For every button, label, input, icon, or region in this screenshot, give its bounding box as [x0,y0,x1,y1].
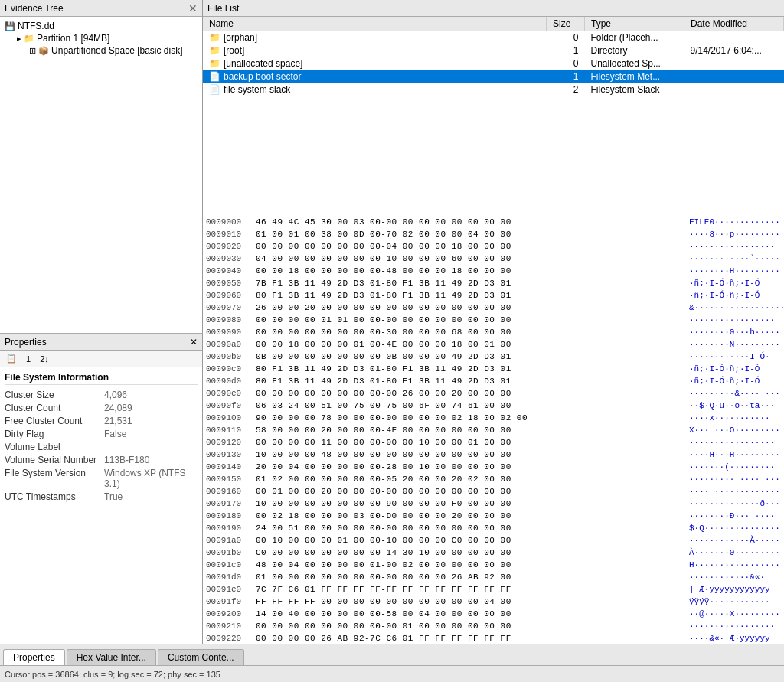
file-row-1[interactable]: 📁[root]1Directory9/14/2017 6:04:... [203,44,784,57]
hex-addr-10: 00090a0 [206,338,256,351]
tree-item-1[interactable]: ▸ 📁Partition 1 [94MB] [15,32,199,44]
properties-header: Properties ✕ [0,334,202,351]
tree-item-icon-2: ⊞ 📦 [29,46,49,56]
evidence-tree-close[interactable]: ✕ [188,2,198,15]
props-btn-1[interactable]: 📋 [3,352,20,365]
hex-row-23: 000917010 00 00 00 00 00 00 00-90 00 00 … [206,498,781,510]
hex-addr-18: 0009120 [206,436,256,449]
hex-addr-2: 0009020 [206,240,256,253]
hex-ascii-5: ·ñ;·I-Ó·ñ;·I-Ó [689,277,781,289]
hex-ascii-17: X··· ···O········· [689,424,781,436]
hex-row-34: 000922000 00 00 00 26 AB 92-7C C6 01 FF … [206,632,781,644]
hex-bytes-0: 46 49 4C 45 30 00 03 00-00 00 00 00 00 0… [256,216,689,228]
hex-addr-14: 00090e0 [206,387,256,400]
hex-row-8: 000908000 00 00 00 01 01 00 00-00 00 00 … [206,314,781,326]
hex-row-22: 000916000 01 00 00 20 00 00 00-00 00 00 … [206,485,781,498]
hex-row-32: 000920014 00 40 00 00 00 00 00-58 00 04 … [206,608,781,620]
props-row-7: UTC TimestampsTrue [5,491,198,502]
hex-row-2: 000902000 00 00 00 00 00 00 00-04 00 00 … [206,240,781,253]
file-row-0[interactable]: 📁[orphan]0Folder (Placeh... [203,31,784,44]
props-btn-2[interactable]: 1 [23,353,34,365]
props-btn-3[interactable]: 2↓ [37,353,52,365]
hex-addr-33: 0009210 [206,620,256,632]
props-content: File System Information Cluster Size4,09… [0,367,202,644]
file-table: Name Size Type Date Modified 📁[orphan]0F… [203,17,784,96]
evidence-tree-title: Evidence Tree [5,3,64,14]
hex-bytes-2: 00 00 00 00 00 00 00 00-04 00 00 00 18 0… [256,240,689,253]
props-label-2: Free Cluster Count [5,416,104,426]
file-list-table[interactable]: Name Size Type Date Modified 📁[orphan]0F… [203,17,784,214]
props-row-0: Cluster Size4,096 [5,390,198,400]
file-icon-4: 📄 [209,84,220,95]
file-icon-2: 📁 [209,58,220,69]
tree-item-label-2: Unpartitioned Space [basic disk] [51,45,182,56]
hex-row-21: 000915001 02 00 00 00 00 00 00-05 20 00 … [206,473,781,485]
hex-ascii-2: ················· [689,240,781,253]
file-icon-0: 📁 [209,32,220,43]
props-label-6: File System Version [5,468,104,489]
col-size[interactable]: Size [547,17,585,31]
hex-ascii-19: ····H···H········· [689,449,781,461]
hex-ascii-31: ÿÿÿÿ············ [689,596,781,608]
hex-addr-1: 0009010 [206,228,256,240]
col-date[interactable]: Date Modified [684,17,784,31]
file-size-3: 1 [547,70,585,83]
hex-bytes-27: C0 00 00 00 00 00 00 00-14 30 10 00 00 0… [256,547,689,559]
file-row-3[interactable]: 📄backup boot sector1Filesystem Met... [203,70,784,83]
hex-ascii-29: ············&«· [689,571,781,583]
file-row-4[interactable]: 📄file system slack2Filesystem Slack [203,83,784,96]
file-name-4: 📄file system slack [203,83,547,96]
hex-row-13: 00090d080 F1 3B 11 49 2D D3 01-80 F1 3B … [206,375,781,387]
props-label-5: Volume Serial Number [5,455,104,465]
tab-1[interactable]: Hex Value Inter... [67,649,156,665]
hex-row-9: 000909000 00 00 00 00 00 00 00-30 00 00 … [206,326,781,338]
col-type[interactable]: Type [585,17,684,31]
hex-ascii-1: ····8···p········· [689,228,781,240]
hex-addr-15: 00090f0 [206,400,256,412]
hex-bytes-34: 00 00 00 00 26 AB 92-7C C6 01 FF FF FF F… [256,632,689,644]
hex-ascii-10: ········N········· [689,338,781,351]
tab-0[interactable]: Properties [3,649,65,666]
tree-item-0[interactable]: 💾NTFS.dd [3,20,199,32]
file-type-0: Folder (Placeh... [585,31,684,44]
hex-bytes-7: 26 00 00 20 00 00 00 00-00 00 00 00 00 0… [256,302,689,314]
hex-ascii-18: ················· [689,436,781,449]
hex-ascii-33: ················· [689,620,781,632]
properties-title: Properties [5,337,47,348]
hex-row-18: 000912000 00 00 00 11 00 00 00-00 00 10 … [206,436,781,449]
file-row-2[interactable]: 📁[unallocated space]0Unallocated Sp... [203,57,784,70]
props-value-5: 113B-F180 [104,455,149,465]
hex-ascii-32: ··@·····X········· [689,608,781,620]
props-row-3: Dirty FlagFalse [5,429,198,439]
hex-ascii-0: FILE0············· [689,216,781,228]
hex-row-26: 00091a000 10 00 00 00 01 00 00-10 00 00 … [206,534,781,547]
properties-close[interactable]: ✕ [190,337,198,348]
props-toolbar: 📋 1 2↓ [0,351,202,367]
tree-item-2[interactable]: ⊞ 📦Unpartitioned Space [basic disk] [28,44,199,57]
props-value-2: 21,531 [104,416,132,426]
hex-row-28: 00091c048 00 04 00 00 00 00 01-00 02 00 … [206,559,781,571]
col-name[interactable]: Name [203,17,547,31]
hex-row-17: 000911058 00 00 00 20 00 00 00-4F 00 00 … [206,424,781,436]
hex-content[interactable]: 000900046 49 4C 45 30 00 03 00-00 00 00 … [203,214,784,644]
hex-row-12: 00090c080 F1 3B 11 49 2D D3 01-80 F1 3B … [206,363,781,375]
hex-bytes-12: 80 F1 3B 11 49 2D D3 01-80 F1 3B 11 49 2… [256,363,689,375]
tree-content[interactable]: 💾NTFS.dd▸ 📁Partition 1 [94MB]⊞ 📦Unpartit… [0,17,202,333]
hex-bytes-8: 00 00 00 00 01 01 00 00-00 00 00 00 00 0… [256,314,689,326]
hex-bytes-26: 00 10 00 00 00 01 00 00-10 00 00 00 C0 0… [256,534,689,547]
hex-bytes-32: 14 00 40 00 00 00 00 00-58 00 04 00 00 0… [256,608,689,620]
hex-bytes-3: 04 00 00 00 00 00 00 00-10 00 00 00 60 0… [256,253,689,265]
hex-row-3: 000903004 00 00 00 00 00 00 00-10 00 00 … [206,253,781,265]
hex-addr-31: 00091f0 [206,596,256,608]
hex-ascii-12: ·ñ;·I-Ó·ñ;·I-Ó [689,363,781,375]
file-type-2: Unallocated Sp... [585,57,684,70]
hex-addr-5: 0009050 [206,277,256,289]
file-name-3: 📄backup boot sector [203,70,547,83]
tab-2[interactable]: Custom Conte... [158,649,244,665]
file-size-2: 0 [547,57,585,70]
file-type-3: Filesystem Met... [585,70,684,83]
right-panel: File List Name Size Type Date Modified 📁… [203,0,784,644]
hex-bytes-28: 48 00 04 00 00 00 00 01-00 02 00 00 00 0… [256,559,689,571]
file-type-4: Filesystem Slack [585,83,684,96]
hex-row-1: 000901001 00 01 00 38 00 0D 00-70 02 00 … [206,228,781,240]
